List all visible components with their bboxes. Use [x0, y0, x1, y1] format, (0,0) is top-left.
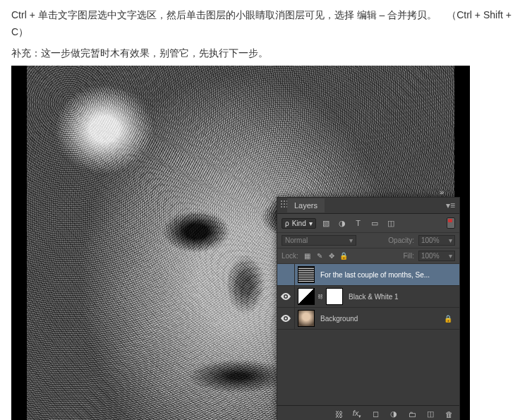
chevron-down-icon: ▾: [349, 236, 353, 244]
new-layer-icon[interactable]: ◫: [425, 409, 435, 419]
layers-panel[interactable]: » Layers ▾≡ ρ Kind ▾ ▧ ◑ T ▭ ◫ Normal ▾: [277, 197, 460, 420]
layers-tab[interactable]: Layers: [287, 198, 325, 212]
layer-row-adjustment[interactable]: ⛓ Black & White 1: [277, 286, 459, 308]
search-icon: ρ: [285, 220, 289, 227]
lock-pixels-icon[interactable]: ✎: [315, 252, 325, 260]
chevron-down-icon: ▾: [449, 252, 452, 260]
lock-all-icon[interactable]: 🔒: [339, 252, 349, 260]
layer-fx-icon[interactable]: fx▾: [352, 409, 362, 419]
mask-thumbnail[interactable]: [326, 288, 343, 305]
lock-icons: ▦ ✎ ✥ 🔒: [303, 252, 349, 260]
visibility-toggle[interactable]: [277, 264, 295, 285]
filter-shape-icon[interactable]: ▭: [368, 217, 381, 229]
mask-link-icon[interactable]: ⛓: [318, 294, 323, 300]
new-adjustment-icon[interactable]: ◑: [389, 409, 399, 419]
filter-smart-icon[interactable]: ◫: [385, 217, 397, 229]
svg-point-1: [285, 318, 287, 320]
link-layers-icon[interactable]: ⛓: [334, 410, 344, 419]
layer-row-text[interactable]: For the last couple of months, Se...: [277, 264, 459, 286]
opacity-field[interactable]: 100% ▾: [418, 235, 455, 246]
new-group-icon[interactable]: 🗀: [407, 410, 417, 419]
panel-tab-bar: Layers ▾≡: [277, 198, 459, 214]
filter-pixel-icon[interactable]: ▧: [320, 217, 332, 229]
filter-adjustment-icon[interactable]: ◑: [336, 217, 349, 229]
layer-name[interactable]: For the last couple of months, Se...: [318, 271, 455, 279]
eye-icon: [281, 293, 291, 300]
blend-mode-select[interactable]: Normal ▾: [282, 235, 356, 246]
lock-icon: 🔒: [441, 315, 455, 323]
delete-layer-icon[interactable]: 🗑: [444, 410, 454, 419]
layer-row-background[interactable]: Background 🔒: [277, 308, 459, 330]
photoshop-canvas: » Layers ▾≡ ρ Kind ▾ ▧ ◑ T ▭ ◫ Normal ▾: [11, 66, 470, 420]
eye-icon: [281, 315, 291, 322]
layers-list: For the last couple of months, Se... ⛓ B…: [277, 264, 459, 405]
lock-transparency-icon[interactable]: ▦: [303, 252, 313, 260]
collapse-panel-icon[interactable]: »: [440, 188, 444, 196]
layer-name[interactable]: Background: [318, 315, 441, 323]
panel-menu-icon[interactable]: ▾≡: [442, 200, 459, 210]
instruction-line-1: Ctrl + 单击文字图层选中文字选区，然后单击图层的小眼睛取消图层可见，选择 …: [11, 7, 521, 41]
lock-row: Lock: ▦ ✎ ✥ 🔒 Fill: 100% ▾: [277, 248, 459, 264]
filter-toggle[interactable]: [447, 217, 455, 229]
filter-type-icon[interactable]: T: [352, 217, 365, 229]
layer-filter-row: ρ Kind ▾ ▧ ◑ T ▭ ◫: [277, 214, 459, 233]
instruction-line-2: 补充：这一步做完暂时木有效果，别管它，先执行下一步。: [11, 45, 521, 62]
visibility-toggle[interactable]: [277, 308, 295, 329]
layer-thumbnail[interactable]: [298, 310, 315, 327]
blend-mode-row: Normal ▾ Opacity: 100% ▾: [277, 233, 459, 248]
visibility-toggle[interactable]: [277, 286, 295, 307]
fill-label: Fill:: [403, 252, 414, 260]
panel-footer: ⛓ fx▾ ◻ ◑ 🗀 ◫ 🗑: [277, 405, 459, 420]
layer-thumbnail[interactable]: [298, 266, 315, 283]
opacity-label: Opacity:: [388, 236, 414, 244]
panel-drag-handle[interactable]: [280, 200, 287, 208]
chevron-down-icon: ▾: [309, 220, 313, 227]
svg-point-0: [285, 296, 287, 298]
fill-field[interactable]: 100% ▾: [418, 251, 455, 261]
add-mask-icon[interactable]: ◻: [370, 409, 380, 419]
filter-kind-select[interactable]: ρ Kind ▾: [282, 218, 316, 229]
lock-position-icon[interactable]: ✥: [327, 252, 337, 260]
adjustment-thumbnail[interactable]: [298, 288, 315, 305]
layer-name[interactable]: Black & White 1: [346, 293, 455, 301]
lock-label: Lock:: [282, 252, 298, 260]
chevron-down-icon: ▾: [449, 236, 452, 244]
